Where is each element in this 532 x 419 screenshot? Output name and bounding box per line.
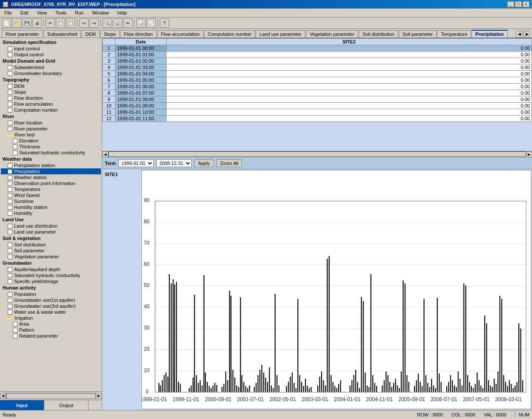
zoom-all-button[interactable]: Zoom All bbox=[216, 159, 242, 167]
table-row[interactable]: 41999-01-01 03:000.00 bbox=[103, 64, 532, 71]
checkbox-vegetation-parameter[interactable] bbox=[8, 254, 12, 259]
sidebar-item-gw-use-3rd[interactable]: Groundwater use(3rd aquifer) bbox=[1, 303, 101, 309]
checkbox-subwatershed[interactable] bbox=[8, 65, 12, 70]
checkbox-thickness[interactable] bbox=[13, 144, 17, 149]
tab-subwatershed[interactable]: Subwatershed bbox=[43, 30, 81, 38]
checkbox-slope[interactable] bbox=[8, 90, 12, 95]
table-row[interactable]: 81999-01-01 07:000.00 bbox=[103, 90, 532, 96]
sidebar-item-saturated-hc-gw[interactable]: Saturated hydraulic conductivity bbox=[1, 272, 101, 278]
close-button[interactable]: × bbox=[523, 1, 529, 7]
sidebar-item-thickness[interactable]: Thickness bbox=[1, 144, 101, 150]
table-row[interactable]: 51999-01-01 04:000.00 bbox=[103, 71, 532, 77]
tab-soil-distribution[interactable]: Soil distribution bbox=[359, 30, 398, 38]
checkbox-area[interactable] bbox=[13, 322, 17, 327]
io-tab-input[interactable]: Input bbox=[0, 400, 44, 410]
checkbox-aquifer-depth[interactable] bbox=[8, 267, 12, 272]
sidebar-item-precipitation[interactable]: ✓ Precipitation bbox=[1, 168, 101, 174]
checkbox-temperature[interactable] bbox=[8, 187, 12, 192]
checkbox-dem[interactable] bbox=[8, 84, 12, 89]
sidebar-item-flow-accumulation[interactable]: Flow accumulation bbox=[1, 101, 101, 107]
checkbox-precipitation-station[interactable] bbox=[8, 163, 12, 168]
sidebar-item-gw-use-1st[interactable]: Groundwater use(1st aquifer) bbox=[1, 297, 101, 303]
checkbox-gw-use-3rd[interactable] bbox=[8, 304, 12, 309]
toolbar-paste[interactable]: 📋 bbox=[66, 18, 75, 28]
toolbar-copy[interactable]: 📋 bbox=[56, 18, 65, 28]
table-row[interactable]: 111999-01-01 10:000.00 bbox=[103, 109, 532, 116]
sidebar-item-area[interactable]: Area bbox=[1, 321, 101, 327]
sidebar-scroll[interactable]: Simulation specification Input control O… bbox=[0, 38, 102, 391]
checkbox-flow-accumulation[interactable] bbox=[8, 102, 12, 107]
tab-flow-accumulation[interactable]: Flow accumulation bbox=[157, 30, 204, 38]
checkbox-pattern[interactable] bbox=[13, 328, 17, 332]
checkbox-sunshine[interactable] bbox=[8, 199, 12, 204]
term-start-select[interactable]: 1999-01-01 bbox=[118, 159, 154, 167]
sidebar-item-land-use-distribution[interactable]: Land use distribution bbox=[1, 223, 101, 229]
checkbox-output-control[interactable] bbox=[8, 52, 12, 57]
sidebar-scroll-right[interactable]: ▶ bbox=[96, 393, 102, 399]
apply-button[interactable]: Apply bbox=[194, 159, 214, 167]
table-row[interactable]: 71999-01-01 06:000.00 bbox=[103, 84, 532, 90]
checkbox-wind-speed[interactable] bbox=[8, 193, 12, 198]
checkbox-weather-station[interactable] bbox=[8, 175, 12, 180]
tab-precipitation[interactable]: Precipitation bbox=[472, 30, 508, 38]
toolbar-chart2[interactable]: 📈 bbox=[147, 18, 156, 28]
tab-dem[interactable]: DEM bbox=[81, 30, 99, 38]
checkbox-input-control[interactable] bbox=[8, 46, 12, 51]
menu-window[interactable]: Window bbox=[89, 9, 111, 16]
tab-land-use-parameter[interactable]: Land use parameter bbox=[256, 30, 305, 38]
sidebar-item-flow-direction[interactable]: Flow direction bbox=[1, 95, 101, 101]
maximize-button[interactable]: □ bbox=[515, 1, 522, 7]
sidebar-item-output-control[interactable]: Output control bbox=[1, 52, 101, 58]
sidebar-item-aquifer-depth[interactable]: Aquifer/aquitard depth bbox=[1, 266, 101, 272]
checkbox-land-use-parameter[interactable] bbox=[8, 230, 12, 234]
toolbar-undo[interactable]: ↩ bbox=[79, 18, 89, 28]
menu-file[interactable]: File bbox=[2, 9, 14, 16]
table-row[interactable]: 91999-01-01 08:000.00 bbox=[103, 96, 532, 103]
table-row[interactable]: 11999-01-01 00:000.00 bbox=[103, 45, 532, 52]
checkbox-river-location[interactable] bbox=[8, 121, 12, 125]
toolbar-chart1[interactable]: 📊 bbox=[136, 18, 146, 28]
toolbar-zoom-out[interactable]: 🔬 bbox=[113, 18, 122, 28]
toolbar-save[interactable]: 💾 bbox=[22, 18, 32, 28]
sidebar-item-soil-distribution[interactable]: Soil distribution bbox=[1, 242, 101, 248]
sidebar-item-wind-speed[interactable]: Wind Speed bbox=[1, 192, 101, 198]
sidebar-item-computation-number[interactable]: Computation number bbox=[1, 107, 101, 113]
sidebar-item-specific-yield[interactable]: Specific yield/storage bbox=[1, 278, 101, 284]
checkbox-humidity-station[interactable] bbox=[8, 205, 12, 210]
sidebar-item-land-use-parameter[interactable]: Land use parameter bbox=[1, 229, 101, 235]
sidebar-item-subwatershed[interactable]: Subwatershed bbox=[1, 64, 101, 70]
sidebar-item-river-parameter[interactable]: River parameter bbox=[1, 126, 101, 132]
hscroll-right[interactable]: ▶ bbox=[526, 151, 532, 157]
table-row[interactable]: 101999-01-01 09:000.00 bbox=[103, 103, 532, 109]
tab-nav-left[interactable]: ◀ bbox=[516, 31, 523, 38]
tab-flow-direction[interactable]: Flow direction bbox=[120, 30, 157, 38]
window-controls[interactable]: _ □ × bbox=[507, 1, 529, 7]
checkbox-precipitation[interactable]: ✓ bbox=[8, 169, 12, 174]
checkbox-soil-parameter[interactable] bbox=[8, 249, 12, 253]
sidebar-item-weather-station[interactable]: Weather station bbox=[1, 174, 101, 180]
menu-help[interactable]: Help bbox=[115, 9, 129, 16]
sidebar-item-humidity[interactable]: Humidity bbox=[1, 210, 101, 216]
sidebar-item-slope[interactable]: Slope bbox=[1, 89, 101, 95]
checkbox-related-parameter[interactable] bbox=[13, 334, 17, 338]
tab-temperature[interactable]: Temperature bbox=[437, 30, 471, 38]
menu-tools[interactable]: Tools bbox=[53, 9, 69, 16]
tab-computation-number[interactable]: Computation number bbox=[204, 30, 256, 38]
sidebar-item-observation-point[interactable]: Observation point information bbox=[1, 180, 101, 186]
toolbar-open[interactable]: 📂 bbox=[12, 18, 21, 28]
menu-edit[interactable]: Edit bbox=[18, 9, 31, 16]
sidebar-hscroll[interactable] bbox=[6, 393, 96, 399]
sidebar-item-groundwater-boundary[interactable]: Groundwater boundary bbox=[1, 70, 101, 76]
toolbar-help[interactable]: ? bbox=[160, 18, 169, 28]
tab-soil-parameter[interactable]: Soil parameter bbox=[399, 30, 437, 38]
sidebar-item-humidity-station[interactable]: Humidity station bbox=[1, 204, 101, 210]
checkbox-saturated-hc-gw[interactable] bbox=[8, 273, 12, 278]
sidebar-item-water-use[interactable]: Water use & waste water bbox=[1, 309, 101, 315]
sidebar-item-input-control[interactable]: Input control bbox=[1, 46, 101, 52]
menu-run[interactable]: Run bbox=[72, 9, 86, 16]
sidebar-item-irrigation[interactable]: 📁 Irrigation bbox=[1, 315, 101, 321]
sidebar-item-temperature[interactable]: Temperature bbox=[1, 186, 101, 192]
checkbox-soil-distribution[interactable] bbox=[8, 243, 12, 247]
toolbar-edit[interactable]: ✏ bbox=[123, 18, 132, 28]
tab-vegetation-parameter[interactable]: Vegetation parameter bbox=[306, 30, 358, 38]
